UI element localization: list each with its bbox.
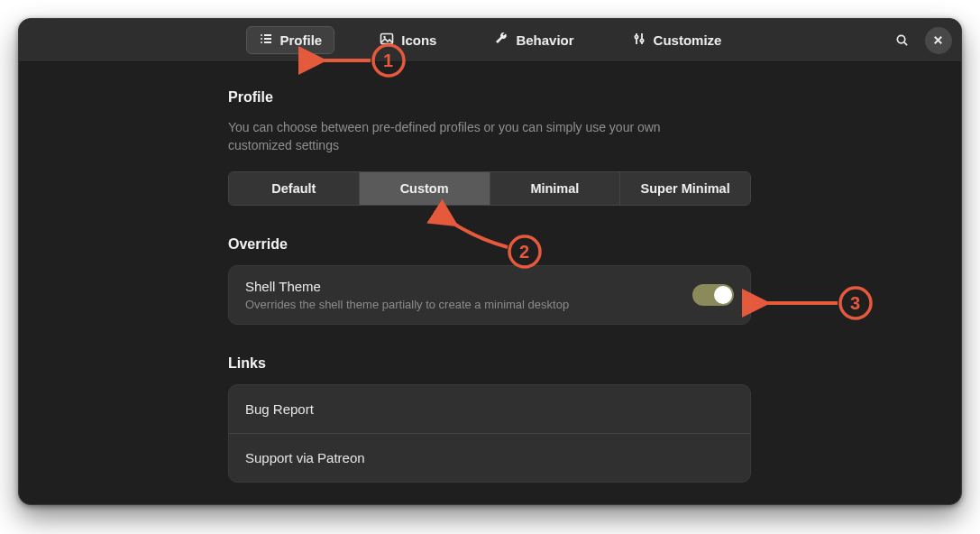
tab-label: Profile xyxy=(280,32,323,48)
toggle-knob xyxy=(714,286,732,304)
tab-label: Customize xyxy=(654,32,722,48)
svg-point-0 xyxy=(261,34,262,36)
profile-option-custom[interactable]: Custom xyxy=(360,172,490,205)
tab-icons[interactable]: Icons xyxy=(367,26,449,54)
tab-label: Behavior xyxy=(516,32,573,48)
close-button[interactable] xyxy=(925,27,952,54)
override-item-title: Shell Theme xyxy=(245,279,569,294)
tab-customize[interactable]: Customize xyxy=(619,26,735,54)
list-icon xyxy=(259,32,273,49)
tab-behavior[interactable]: Behavior xyxy=(481,26,586,54)
svg-rect-6 xyxy=(381,34,393,44)
app-window: Profile Icons Behavior xyxy=(18,18,962,505)
search-button[interactable] xyxy=(889,27,916,54)
shell-theme-toggle[interactable] xyxy=(692,284,734,306)
svg-point-11 xyxy=(640,39,643,41)
override-shell-theme-row: Shell Theme Overrides the shell theme pa… xyxy=(228,265,751,325)
svg-point-7 xyxy=(384,36,386,38)
header-tabs: Profile Icons Behavior xyxy=(246,26,735,54)
override-item-subtitle: Overrides the shell theme partially to c… xyxy=(245,298,569,311)
profile-option-minimal[interactable]: Minimal xyxy=(490,172,621,205)
svg-point-12 xyxy=(898,35,905,42)
content-scroll[interactable]: Profile You can choose between pre-defin… xyxy=(19,62,961,504)
header-bar: Profile Icons Behavior xyxy=(19,19,961,62)
link-support-patreon[interactable]: Support via Patreon xyxy=(229,434,750,482)
sliders-icon xyxy=(632,32,646,49)
profile-option-default[interactable]: Default xyxy=(229,172,360,205)
links-heading: Links xyxy=(228,355,751,372)
svg-point-9 xyxy=(635,35,637,38)
tab-label: Icons xyxy=(401,32,436,48)
close-icon xyxy=(931,33,945,47)
profile-option-super-minimal[interactable]: Super Minimal xyxy=(620,172,750,205)
link-bug-report[interactable]: Bug Report xyxy=(229,385,750,434)
tab-profile[interactable]: Profile xyxy=(246,26,335,54)
svg-point-2 xyxy=(261,41,262,43)
wrench-icon xyxy=(494,32,508,49)
profile-heading: Profile xyxy=(228,89,751,106)
profile-description: You can choose between pre-defined profi… xyxy=(228,118,706,155)
svg-line-13 xyxy=(904,42,907,45)
search-icon xyxy=(895,33,909,47)
links-list: Bug Report Support via Patreon xyxy=(228,384,751,483)
profile-segmented-control: Default Custom Minimal Super Minimal xyxy=(228,171,751,206)
image-icon xyxy=(380,32,394,49)
svg-point-1 xyxy=(261,38,262,40)
override-heading: Override xyxy=(228,236,751,253)
